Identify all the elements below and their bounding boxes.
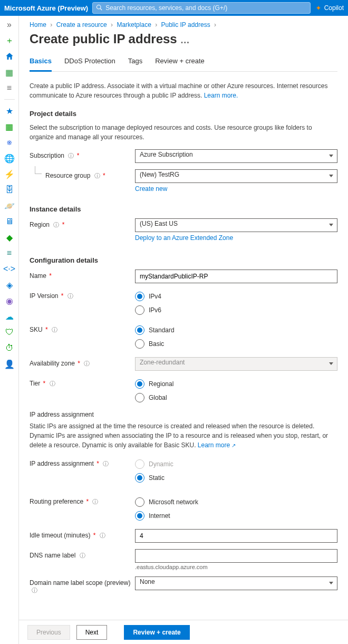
svg-point-0 xyxy=(97,5,101,9)
copilot-label: Copilot xyxy=(324,4,344,12)
brand[interactable]: Microsoft Azure (Preview) xyxy=(4,4,88,12)
copilot-button[interactable]: Copilot xyxy=(315,4,344,12)
svg-line-1 xyxy=(100,8,102,10)
search-placeholder: Search resources, services, and docs (G+… xyxy=(105,4,227,12)
copilot-icon xyxy=(315,4,322,12)
top-bar: Microsoft Azure (Preview) Search resourc… xyxy=(0,0,348,16)
search-icon xyxy=(96,4,102,12)
global-search[interactable]: Search resources, services, and docs (G+… xyxy=(92,2,310,14)
